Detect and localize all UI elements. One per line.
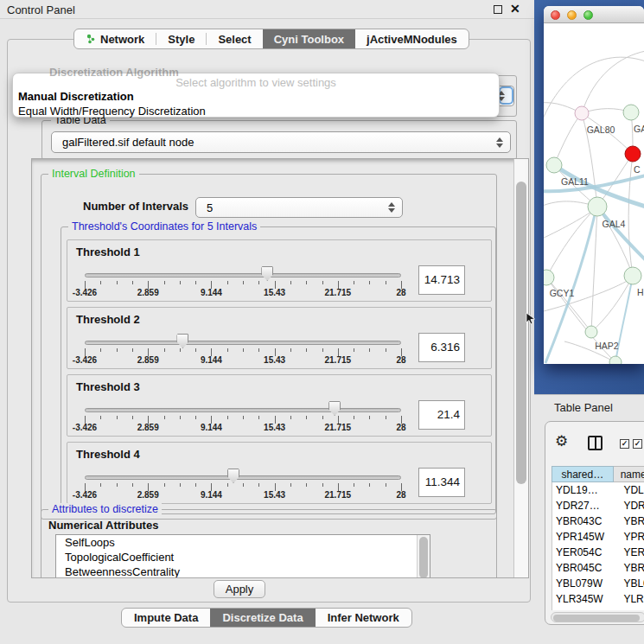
apply-button[interactable]: Apply (214, 580, 265, 598)
threshold-value-field[interactable]: 6.316 (418, 333, 465, 362)
table-row[interactable]: YBR045CYBR04 (552, 560, 644, 576)
tab-network[interactable]: Network (74, 29, 156, 48)
table-row[interactable]: YDR27…YDR27 (552, 498, 644, 513)
network-node-h[interactable] (624, 267, 641, 284)
algorithm-dropdown-popup: Select algorithm to view settings Manual… (12, 73, 500, 118)
cell-name[interactable]: YPR14 (615, 529, 644, 545)
checkbox-select-icon-2[interactable]: ✓ (633, 439, 642, 449)
list-item-topologicalcoefficient[interactable]: TopologicalCoefficient (56, 550, 430, 564)
attributes-list-scrollbar[interactable] (417, 535, 430, 578)
threshold-value-field[interactable]: 14.713 (418, 265, 465, 295)
threshold-slider-thumb[interactable] (328, 401, 341, 416)
checkbox-select-icon-1[interactable]: ✓ (620, 439, 629, 449)
table-data-combobox[interactable]: galFiltered.sif default node (51, 131, 511, 153)
spinner-arrows-icon (496, 137, 503, 148)
network-edge[interactable] (546, 207, 597, 277)
settings-vertical-scrollbar[interactable] (513, 159, 528, 577)
tab-style[interactable]: Style (156, 29, 206, 48)
settings-scrollbar-thumb[interactable] (516, 182, 526, 484)
network-node-gcy1[interactable] (544, 270, 554, 285)
threshold-value-field[interactable]: 21.4 (418, 400, 465, 430)
tab-impute-data[interactable]: Impute Data (122, 609, 210, 627)
network-node-ga[interactable] (623, 105, 639, 120)
network-node-gal11[interactable] (546, 157, 562, 173)
cell-name[interactable]: YIL05 (615, 607, 644, 610)
cell-name[interactable]: YLR34 (615, 591, 644, 607)
slider-tick-labels: -3.4262.8599.14415.4321.71528 (85, 423, 401, 433)
cell-shared-name[interactable]: YBR045C (552, 560, 615, 576)
table-row[interactable]: YBR043CYBR04 (552, 513, 644, 529)
cell-name[interactable]: YBR04 (615, 560, 644, 576)
column-header-name[interactable]: name (614, 466, 644, 482)
cell-shared-name[interactable]: YIL053C (552, 607, 615, 610)
threshold-slider-track[interactable] (85, 341, 401, 345)
cell-shared-name[interactable]: YDR27… (552, 498, 615, 513)
gear-icon[interactable]: ⚙ (555, 434, 568, 449)
network-edge[interactable] (544, 210, 594, 239)
list-item-selfloops[interactable]: SelfLoops (56, 535, 430, 550)
column-header-shared-name[interactable]: shared… (552, 466, 614, 482)
network-node-hap2[interactable] (585, 326, 597, 338)
column-layout-icon[interactable] (588, 436, 603, 450)
threshold-slider-track[interactable] (85, 475, 401, 480)
cell-name[interactable]: YER05 (615, 545, 644, 560)
table-hscrollbar-thumb[interactable] (553, 615, 640, 622)
table-row[interactable]: YER054CYER05 (552, 545, 644, 560)
cell-shared-name[interactable]: YDL19… (552, 482, 615, 498)
list-item-betweennesscentrality[interactable]: BetweennessCentrality (56, 564, 430, 578)
tab-cyni-toolbox[interactable]: Cyni Toolbox (263, 29, 355, 48)
network-node-gal4[interactable] (588, 197, 607, 216)
cell-shared-name[interactable]: YBR043C (552, 513, 615, 529)
minimize-traffic-light-icon[interactable] (567, 10, 577, 20)
threshold-slider-thumb[interactable] (261, 266, 273, 281)
table-row[interactable]: YPR145WYPR14 (552, 529, 644, 545)
threshold-slider-thumb[interactable] (227, 469, 239, 483)
tab-select[interactable]: Select (207, 29, 262, 48)
cell-name[interactable]: YBR04 (615, 513, 644, 529)
network-edge[interactable] (628, 154, 633, 276)
close-traffic-light-icon[interactable] (551, 10, 560, 20)
cell-shared-name[interactable]: YER054C (552, 545, 615, 560)
menu-item-equal-width-discretization[interactable]: Equal Width/Frequency Discretization (18, 105, 206, 118)
tab-jactivemnodules[interactable]: jActiveMNodules (355, 29, 469, 48)
settings-scroll-viewport: Interval Definition Number of Intervals … (31, 158, 529, 578)
network-node[interactable] (609, 356, 622, 364)
interval-definition-group: Interval Definition Number of Intervals … (41, 174, 497, 520)
network-edge-highlighted[interactable] (597, 207, 644, 260)
network-window-titlebar[interactable] (544, 6, 644, 23)
network-graph-canvas[interactable]: GAL80GACGAL11GAL4GCY1HHAP2 (544, 23, 644, 364)
table-row[interactable]: YBL079WYBL07 (552, 576, 644, 591)
tab-discretize-data[interactable]: Discretize Data (210, 609, 315, 627)
close-icon[interactable]: ✕ (510, 2, 520, 16)
threshold-value-field[interactable]: 11.344 (418, 468, 465, 497)
table-row[interactable]: YLR345WYLR34 (552, 591, 644, 607)
discretization-algorithm-group-title: Discretization Algorithm (49, 66, 179, 79)
cell-name[interactable]: YDL19 (615, 482, 644, 498)
network-edge[interactable] (554, 113, 582, 165)
cell-name[interactable]: YBL07 (615, 576, 644, 591)
cell-shared-name[interactable]: YBL079W (552, 576, 615, 591)
attributes-scrollbar-thumb[interactable] (419, 537, 428, 578)
network-node-gal80[interactable] (575, 106, 589, 120)
tab-label: Cyni Toolbox (274, 33, 344, 46)
zoom-traffic-light-icon[interactable] (583, 10, 593, 20)
table-horizontal-scrollbar[interactable] (551, 612, 644, 622)
threshold-slider-track[interactable] (85, 408, 401, 412)
menu-item-manual-discretization[interactable]: Manual Discretization (18, 90, 134, 103)
table-row[interactable]: YIL053CYIL05 (552, 607, 644, 610)
algorithm-combobox-spinner[interactable] (499, 86, 513, 105)
network-edge[interactable] (582, 51, 644, 113)
numerical-attributes-list[interactable]: SelfLoopsTopologicalCoefficientBetweenne… (55, 534, 430, 578)
tab-infer-network[interactable]: Infer Network (316, 609, 411, 627)
float-window-icon[interactable] (494, 5, 502, 14)
cell-shared-name[interactable]: YPR145W (552, 529, 615, 545)
interval-definition-title: Interval Definition (48, 168, 139, 180)
cell-shared-name[interactable]: YLR345W (552, 591, 615, 607)
threshold-slider-thumb[interactable] (176, 334, 188, 348)
threshold-slider-track[interactable] (85, 273, 401, 277)
cyni-bottom-tab-bar: Impute DataDiscretize DataInfer Network (121, 608, 412, 628)
number-of-intervals-combobox[interactable]: 5 (195, 197, 403, 218)
cell-name[interactable]: YDR27 (615, 498, 644, 513)
network-node-c[interactable] (625, 146, 641, 162)
table-row[interactable]: YDL19…YDL19 (552, 482, 644, 498)
